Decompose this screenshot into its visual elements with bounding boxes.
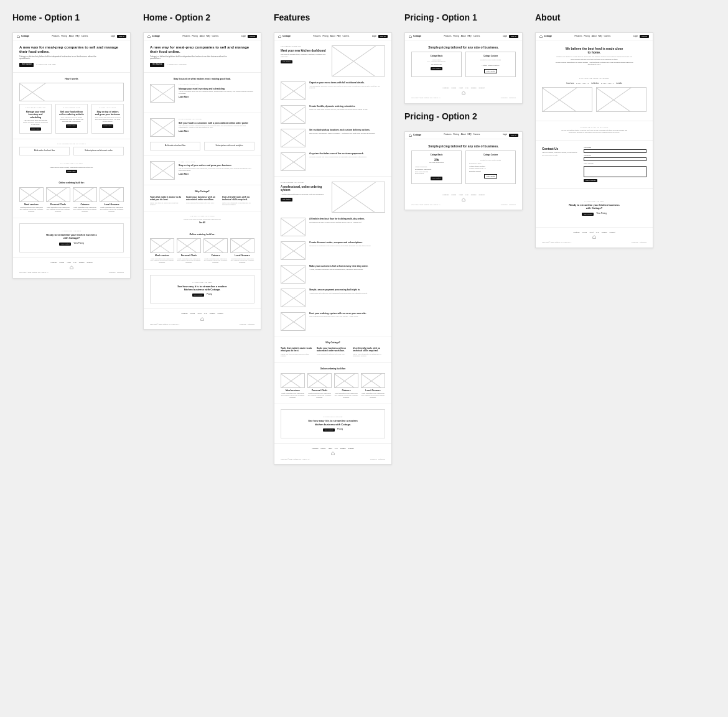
nav-link[interactable]: Careers — [473, 134, 480, 136]
nav-link[interactable]: FAQ — [337, 35, 340, 38]
footer-link[interactable]: FAQ — [465, 87, 469, 89]
nav-link[interactable]: Features — [444, 134, 452, 136]
footer-link[interactable]: About — [459, 194, 463, 196]
learn-more-link[interactable]: Learn More — [179, 131, 254, 133]
learn-more-link[interactable]: Learn More — [179, 96, 254, 99]
nav-link[interactable]: Careers — [604, 35, 610, 38]
nav-link[interactable]: Pricing — [584, 35, 589, 38]
footer-link[interactable]: Pricing — [59, 262, 64, 264]
signup-button[interactable]: Sign Up — [640, 35, 649, 38]
brand-logo[interactable]: Cottage — [539, 35, 552, 38]
brand-logo[interactable]: Cottage — [17, 35, 29, 38]
plan-cta-button[interactable]: Join Waitlist — [431, 177, 442, 180]
hero-cta-button[interactable]: Get Started — [150, 63, 164, 67]
login-link[interactable]: Login — [111, 35, 115, 38]
footer-link[interactable]: Pricing — [451, 194, 456, 196]
join-waitlist-button[interactable]: Join Waitlist — [59, 243, 71, 246]
nav-link[interactable]: About — [461, 134, 466, 136]
nav-link[interactable]: Careers — [473, 35, 480, 38]
footer-link[interactable]: FAQ — [465, 194, 469, 196]
nav-link[interactable]: Features — [575, 35, 582, 38]
social-link[interactable]: Facebook — [370, 458, 377, 460]
join-waitlist-button[interactable]: Join Waitlist — [323, 428, 335, 432]
footer-link[interactable]: About — [67, 262, 71, 264]
footer-link[interactable]: Support — [348, 448, 354, 450]
social-link[interactable]: Instagram — [248, 323, 254, 325]
email-input[interactable] — [584, 157, 646, 161]
social-link[interactable]: Facebook — [632, 241, 638, 243]
footer-link[interactable]: Pricing — [320, 448, 325, 450]
learn-more-button[interactable]: Learn More — [66, 170, 78, 173]
get-started-button[interactable]: Get Started — [281, 60, 292, 63]
social-link[interactable]: Facebook — [109, 272, 116, 274]
footer-link[interactable]: Support — [479, 194, 485, 196]
nav-link[interactable]: FAQ — [467, 35, 471, 38]
footer-link[interactable]: FAQ — [596, 231, 599, 233]
footer-link[interactable]: Pricing — [451, 87, 456, 89]
nav-link[interactable]: Careers — [212, 35, 218, 38]
nav-link[interactable]: About — [461, 35, 466, 38]
social-link[interactable]: Instagram — [640, 241, 646, 243]
footer-link[interactable]: Support — [479, 87, 485, 89]
login-link[interactable]: Login — [503, 35, 507, 38]
nav-link[interactable]: About — [200, 35, 205, 38]
learn-more-button[interactable]: Learn More — [30, 127, 42, 131]
footer-link[interactable]: Careers — [340, 448, 346, 450]
nav-link[interactable]: Pricing — [322, 35, 328, 38]
footer-link[interactable]: Careers — [471, 194, 477, 196]
see-all-link[interactable]: See All — [150, 222, 254, 224]
nav-link[interactable]: FAQ — [467, 134, 471, 136]
signup-button[interactable]: Sign Up — [248, 35, 257, 38]
nav-link[interactable]: About — [592, 35, 597, 38]
nav-link[interactable]: About — [69, 35, 74, 38]
footer-link[interactable]: About — [589, 231, 594, 233]
nav-link[interactable]: FAQ — [598, 35, 602, 38]
learn-more-link[interactable]: Learn More — [179, 173, 254, 176]
join-waitlist-button[interactable]: Join Waitlist — [582, 213, 594, 216]
brand-logo[interactable]: Cottage — [147, 35, 160, 38]
social-link[interactable]: Instagram — [509, 97, 516, 99]
footer-link[interactable]: Support — [87, 262, 93, 264]
plan-cta-button[interactable]: Get a Quote — [484, 174, 498, 178]
footer-link[interactable]: FAQ — [73, 262, 77, 264]
nav-link[interactable]: Features — [52, 35, 60, 38]
nav-link[interactable]: Pricing — [453, 134, 459, 136]
signup-button[interactable]: Sign Up — [117, 35, 126, 38]
nav-link[interactable]: Pricing — [192, 35, 197, 38]
footer-link[interactable]: About — [197, 313, 202, 315]
brand-logo[interactable]: Cottage — [409, 134, 421, 137]
login-link[interactable]: Login — [241, 35, 246, 38]
footer-link[interactable]: About — [459, 87, 463, 89]
brand-logo[interactable]: Cottage — [278, 35, 291, 38]
secondary-link[interactable]: View Pricing — [596, 213, 606, 216]
social-link[interactable]: Instagram — [509, 204, 516, 206]
secondary-link[interactable]: View Pricing — [73, 243, 83, 246]
footer-link[interactable]: About — [328, 448, 332, 450]
footer-link[interactable]: Features — [574, 231, 580, 233]
social-link[interactable]: Instagram — [117, 272, 124, 274]
nav-link[interactable]: FAQ — [75, 35, 79, 38]
nav-link[interactable]: Features — [314, 35, 321, 38]
get-started-button[interactable]: Get Started — [281, 198, 292, 201]
nav-link[interactable]: FAQ — [206, 35, 210, 38]
footer-link[interactable]: Pricing — [582, 231, 587, 233]
learn-more-button[interactable]: Learn More — [66, 124, 78, 127]
login-link[interactable]: Login — [503, 134, 507, 136]
submit-button[interactable]: Send Message — [584, 179, 598, 182]
brand-logo[interactable]: Cottage — [409, 35, 421, 38]
secondary-link[interactable]: Pricing — [207, 294, 212, 297]
footer-link[interactable]: FAQ — [204, 313, 207, 315]
footer-link[interactable]: Pricing — [190, 313, 195, 315]
nav-link[interactable]: Features — [444, 35, 452, 38]
footer-link[interactable]: Features — [51, 262, 57, 264]
social-link[interactable]: Facebook — [501, 204, 508, 206]
nav-link[interactable]: Features — [183, 35, 190, 38]
nav-link[interactable]: Careers — [81, 35, 88, 38]
signup-button[interactable]: Sign Up — [378, 35, 388, 38]
footer-link[interactable]: Support — [610, 231, 615, 233]
footer-link[interactable]: Careers — [210, 313, 215, 315]
plan-cta-button[interactable]: Join Waitlist — [431, 67, 442, 70]
nav-link[interactable]: About — [330, 35, 335, 38]
plan-cta-button[interactable]: Get a Quote — [484, 69, 498, 73]
secondary-link[interactable]: Pricing — [337, 428, 343, 432]
